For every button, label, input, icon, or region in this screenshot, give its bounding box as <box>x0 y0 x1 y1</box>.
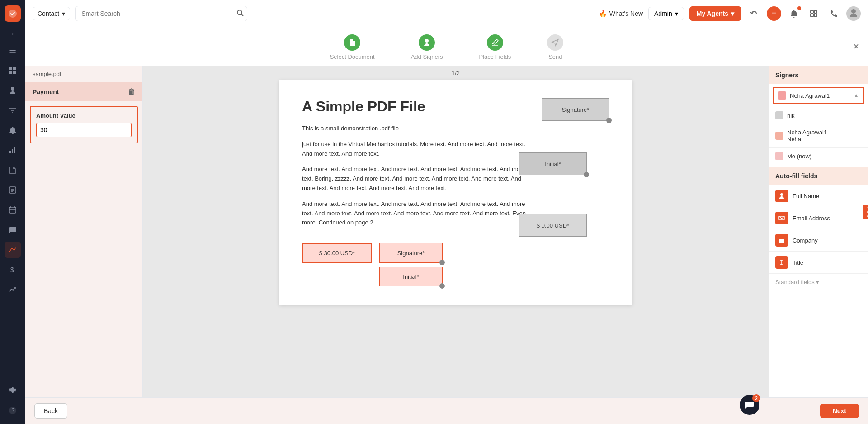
signature-field-top[interactable]: Signature* <box>542 98 609 121</box>
resize-handle-bottom-sig[interactable] <box>439 260 445 265</box>
autofill-email[interactable]: Email Address <box>769 207 868 229</box>
sidebar-item-contacts[interactable] <box>5 82 21 99</box>
delete-payment-button[interactable]: 🗑 <box>128 88 135 96</box>
amount-label: Amount Value <box>36 112 132 119</box>
contact-chevron-icon: ▾ <box>62 10 65 17</box>
svg-rect-22 <box>811 14 813 17</box>
amount-input[interactable] <box>40 126 127 133</box>
topbar: Contact ▾ 🔥 What's New Admin ▾ My Agents <box>25 0 868 27</box>
svg-rect-0 <box>9 67 12 70</box>
signer-avatar-neha2 <box>775 132 783 140</box>
signer-avatar-me <box>775 152 783 160</box>
switch-button[interactable] <box>807 6 821 21</box>
svg-rect-6 <box>14 147 15 153</box>
signature-top-label: Signature* <box>562 106 590 113</box>
sidebar-item-messages[interactable] <box>5 222 21 238</box>
sidebar-item-calendar[interactable] <box>5 202 21 218</box>
my-agents-button[interactable]: My Agents ▾ <box>689 6 741 21</box>
sidebar-item-settings[interactable] <box>5 382 21 399</box>
admin-dropdown[interactable]: Admin ▾ <box>648 7 684 20</box>
initial-field-top[interactable]: Initial* <box>519 152 587 175</box>
autofill-fullname-icon <box>775 190 788 202</box>
step-circle-place-fields <box>487 34 503 51</box>
signer-avatar-neha <box>778 91 786 100</box>
wizard-step-add-signers[interactable]: Add Signers <box>411 34 443 60</box>
step-circle-select-document <box>344 34 360 51</box>
standard-fields-hint: Standard fields ▾ <box>769 274 868 290</box>
sidebar-item-notifications[interactable] <box>5 122 21 138</box>
chevron-up-icon: ▲ <box>854 92 859 99</box>
app-logo[interactable] <box>5 5 21 22</box>
chat-bubble[interactable]: 2 <box>740 395 760 415</box>
signer-name-neha: Neha Agrawal1 <box>790 92 830 99</box>
bottom-signature-field[interactable]: Signature* <box>379 243 443 263</box>
phone-button[interactable] <box>826 6 841 21</box>
autofill-title-icon <box>775 256 788 269</box>
bottom-initial-field[interactable]: Initial* <box>379 267 443 286</box>
payment-section: Payment 🗑 <box>25 82 142 101</box>
search-container <box>75 6 247 21</box>
amount-input-wrap <box>36 123 132 137</box>
fire-icon: 🔥 <box>599 10 607 17</box>
autofill-title[interactable]: Title <box>769 252 868 274</box>
refresh-button[interactable] <box>747 6 761 21</box>
signer-item-neha2[interactable]: Neha Agrawal1 -Neha <box>769 124 868 148</box>
whats-new-button[interactable]: 🔥 What's New <box>599 10 643 17</box>
step-label-add-signers: Add Signers <box>411 53 443 60</box>
user-avatar[interactable] <box>846 6 861 21</box>
autofill-email-icon <box>775 212 788 224</box>
wizard-step-select-document[interactable]: Select Document <box>330 34 375 60</box>
initial-top-label: Initial* <box>545 161 561 167</box>
autofill-title-label: Title <box>793 259 803 266</box>
wizard-close-button[interactable]: × <box>853 41 859 52</box>
bottom-payment-field[interactable]: $ 30.00 USD* <box>302 243 372 263</box>
pdf-paragraph1: This is a small demonstration .pdf file … <box>302 124 533 133</box>
admin-chevron-icon: ▾ <box>675 10 678 17</box>
contact-label: Contact <box>38 10 59 17</box>
signer-item-nik[interactable]: nik <box>769 107 868 124</box>
back-button[interactable]: Back <box>34 403 67 419</box>
sidebar-item-analytics[interactable] <box>5 142 21 158</box>
resize-handle-initial[interactable] <box>584 172 589 177</box>
resize-handle[interactable] <box>606 118 612 123</box>
step-circle-send <box>547 34 563 51</box>
sidebar-expand[interactable]: › <box>10 29 15 39</box>
sidebar-item-documents[interactable] <box>5 162 21 178</box>
pdf-paragraph3: And more text. And more text. And more t… <box>302 165 533 193</box>
step-label-place-fields: Place Fields <box>479 53 511 60</box>
signer-item-neha[interactable]: Neha Agrawal1 ▲ <box>773 87 864 104</box>
sidebar-item-filter[interactable] <box>5 102 21 119</box>
sidebar-item-signature[interactable] <box>5 242 21 258</box>
svg-rect-1 <box>13 67 16 70</box>
next-button[interactable]: Next <box>820 404 859 418</box>
bottom-payment-label: $ 30.00 USD* <box>319 250 355 257</box>
sidebar-item-dollar[interactable]: $ <box>5 262 21 278</box>
autofill-company[interactable]: Company <box>769 229 868 252</box>
step-circle-add-signers <box>419 34 435 51</box>
sidebar-item-reports[interactable] <box>5 182 21 198</box>
wizard-step-place-fields[interactable]: Place Fields <box>479 34 511 60</box>
search-input[interactable] <box>75 6 247 21</box>
notifications-button[interactable] <box>787 6 801 21</box>
autofill-fullname[interactable]: Full Name <box>769 185 868 207</box>
sidebar-item-dashboard[interactable] <box>5 62 21 79</box>
payment-field-top[interactable]: $ 0.00 USD* <box>519 214 587 237</box>
signer-item-me[interactable]: Me (now) <box>769 148 868 165</box>
wizard-step-send[interactable]: Send <box>547 34 563 60</box>
sidebar-item-menu[interactable]: ☰ <box>5 43 21 59</box>
svg-line-19 <box>241 14 243 16</box>
search-button[interactable] <box>236 9 244 18</box>
my-agents-label: My Agents <box>697 10 728 17</box>
help-tab[interactable]: Help <box>863 205 868 219</box>
add-button[interactable]: + <box>767 6 781 21</box>
topbar-right: 🔥 What's New Admin ▾ My Agents ▾ + <box>599 6 861 21</box>
payment-top-label: $ 0.00 USD* <box>537 222 569 229</box>
resize-handle-bottom-init[interactable] <box>439 283 445 289</box>
contact-dropdown[interactable]: Contact ▾ <box>33 7 70 20</box>
sidebar: › ☰ $ ? <box>0 0 25 424</box>
sidebar-item-help[interactable]: ? <box>5 402 21 419</box>
autofill-header: Auto-fill fields <box>769 167 868 185</box>
payment-label: Payment <box>33 88 59 95</box>
sidebar-item-trend[interactable] <box>5 281 21 298</box>
autofill-fullname-label: Full Name <box>793 193 819 200</box>
